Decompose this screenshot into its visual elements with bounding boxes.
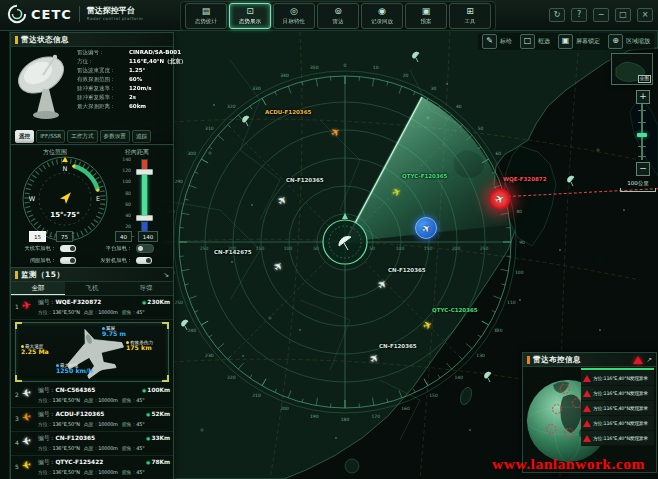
status-tab[interactable]: 参数设置 (100, 130, 130, 143)
zoom-track[interactable] (641, 104, 643, 160)
pin-icon: ◉ (142, 387, 146, 393)
plane-icon: ✈ (21, 411, 32, 424)
scale-bracket (620, 188, 656, 192)
power-toggle-row: 天线车加电： (15, 244, 91, 253)
refresh-icon[interactable]: ↻ (549, 8, 565, 22)
aircraft-marker[interactable]: ✈CN-F120365 (376, 277, 390, 291)
aircraft-marker[interactable]: ✈QTYC-F120365 (390, 185, 404, 199)
alert-row[interactable]: 方位:116°E,40°N发现异常 (581, 386, 654, 401)
item-detail-line: 方位：136°E,50°N高度：10000m俯角：45° (38, 421, 173, 427)
plane-icon: ✈ (422, 318, 434, 331)
alert-text: 方位:116°E,40°N发现异常 (593, 435, 648, 441)
azimuth-compass[interactable]: N E S W 15°-75° (19, 155, 111, 243)
item-detail-line: 方位：136°E,50°N高度：10000m俯角：45° (38, 397, 173, 403)
item-field: 方位： (38, 445, 52, 451)
nav-tab-monitor[interactable]: ⊡态势展示 (229, 3, 271, 29)
compass-e: E (96, 195, 100, 203)
aircraft-detail-card[interactable]: 最大速度2.25 Ma翼展9.75 m最大时速1250 km/h有效杀伤力175… (15, 322, 169, 382)
minimap[interactable]: 全图 (611, 53, 653, 85)
map-tool-draw[interactable]: ✎标绘 (482, 34, 512, 49)
nav-tab-antenna[interactable]: ◎目标特性 (273, 3, 315, 29)
item-id-value: WQE-F320872 (55, 299, 101, 305)
brand-block: CETC 雷达探控平台 Radar control platform (7, 4, 143, 24)
window-controls: ↻?−□× (549, 8, 653, 22)
header-accent (15, 271, 18, 279)
power-toggle[interactable] (136, 244, 154, 253)
status-tab[interactable]: IFF/SSR (36, 130, 65, 143)
maximize-icon[interactable]: □ (615, 8, 631, 22)
slider-handle-upper[interactable] (136, 169, 153, 175)
monitor-list-item[interactable]: 5✈编号：QTYC-F125422◉78Km方位：136°E,50°N高度：10… (11, 456, 173, 479)
help-icon[interactable]: ? (571, 8, 587, 22)
nav-tab-label: 工具 (464, 17, 475, 25)
nav-tab-chart[interactable]: ▤态势统计 (185, 3, 227, 29)
alert-row[interactable]: 方位:116°E,40°N发现异常 (581, 371, 654, 386)
item-distance: ◉52Km (146, 411, 170, 417)
playback-icon: ◉ (378, 7, 386, 16)
aircraft-marker[interactable]: ✈ACDU-F120365 (329, 125, 343, 139)
azimuth-to-input[interactable] (56, 231, 73, 242)
radial-to-input[interactable] (138, 231, 158, 242)
slider-handle-lower[interactable] (136, 215, 153, 221)
monitor-icon: ⊡ (246, 7, 254, 16)
compass-w: W (29, 195, 36, 203)
item-field: 俯角： (122, 469, 136, 475)
nav-tab-plan[interactable]: ▣预案 (405, 3, 447, 29)
monitor-tab[interactable]: 飞机 (65, 282, 119, 295)
power-toggle[interactable] (136, 257, 152, 264)
monitor-list-item[interactable]: 2✈编号：CN-C564365◉100Km方位：136°E,50°N高度：100… (11, 384, 173, 408)
alert-row[interactable]: 方位:116°E,40°N发现异常 (581, 416, 654, 431)
zoom-handle[interactable] (637, 133, 647, 137)
status-tab[interactable]: 遥控 (15, 130, 34, 143)
status-field-value: 60km (129, 104, 146, 110)
monitor-list-item[interactable]: 4✈编号：CN-F120365◉33Km方位：136°E,50°N高度：1000… (11, 432, 173, 456)
item-field-value: 45° (136, 309, 144, 315)
item-id-label: 编号： (38, 435, 55, 441)
close-icon[interactable]: × (637, 8, 653, 22)
radial-from-input[interactable] (115, 231, 132, 242)
map-toolbar: ✎标绘□框选▣屏幕锁定⊕区域缩放 (478, 33, 654, 50)
aircraft-marker-friendly[interactable]: ✈ (415, 217, 437, 239)
map-tool-screen-lock[interactable]: ▣屏幕锁定 (558, 34, 600, 49)
aircraft-marker[interactable]: ✈CN-F142675 (272, 259, 286, 273)
zoom-out-button[interactable]: − (636, 162, 650, 176)
power-toggle-row: 伺服加电： (15, 257, 91, 264)
nav-tab-playback[interactable]: ◉记录回放 (361, 3, 403, 29)
monitor-tab[interactable]: 全部 (11, 282, 65, 295)
item-distance-value: 78Km (151, 459, 170, 465)
aircraft-marker[interactable]: ✈QTYC-C120365 (421, 318, 435, 332)
azimuth-readout: 15°-75° (50, 211, 79, 219)
nav-tab-tools[interactable]: ⊞工具 (449, 3, 491, 29)
status-tab[interactable]: 工作方式 (67, 130, 97, 143)
monitor-list-item[interactable]: 3✈编号：ACDU-F120365◉52Km方位：136°E,50°N高度：10… (11, 408, 173, 432)
power-toggle[interactable] (60, 257, 76, 264)
status-tab[interactable]: 追踪 (132, 130, 151, 143)
item-field: 方位： (38, 309, 52, 315)
alert-row[interactable]: 方位:116°E,40°N发现异常 (581, 431, 654, 446)
alert-triangle-icon (583, 435, 591, 442)
aircraft-marker-hostile[interactable]: ✈WQE-F320872 (489, 188, 511, 210)
status-field-label: 最大探测距离： (77, 104, 126, 110)
nav-tab-radar-dish[interactable]: ⊚雷达 (317, 3, 359, 29)
map-tool-area-zoom[interactable]: ⊕区域缩放 (608, 34, 650, 49)
map-tool-box-select[interactable]: □框选 (520, 34, 550, 49)
monitor-tab[interactable]: 导弹 (119, 282, 173, 295)
aircraft-marker[interactable]: ✈CN-F120365 (276, 193, 290, 207)
expand-icon[interactable]: ↘ (163, 271, 169, 279)
radar-dish-icon: ⊚ (334, 7, 342, 16)
monitor-list-item[interactable]: 1✈编号：WQE-F320872◉230Km方位：136°E,50°N高度：10… (11, 296, 173, 320)
zoom-in-button[interactable]: + (636, 90, 650, 104)
alert-row[interactable]: 方位:116°E,40°N发现异常 (581, 401, 654, 416)
expand-icon[interactable]: ↗ (646, 356, 652, 364)
aircraft-marker[interactable]: ✈CN-F120365 (368, 351, 382, 365)
item-detail-line: 方位：136°E,50°N高度：10000m俯角：45° (38, 469, 173, 475)
power-toggle[interactable] (60, 245, 76, 252)
map-tool-label: 屏幕锁定 (576, 37, 600, 46)
item-field-value: 45° (136, 397, 144, 403)
azimuth-from-input[interactable] (29, 231, 46, 242)
item-field-value: 136°E,50°N (52, 469, 79, 475)
item-field: 高度： (84, 469, 98, 475)
minimize-icon[interactable]: − (593, 8, 609, 22)
power-toggle-row: 平台加电： (91, 244, 167, 253)
zoom-tick (638, 146, 646, 147)
